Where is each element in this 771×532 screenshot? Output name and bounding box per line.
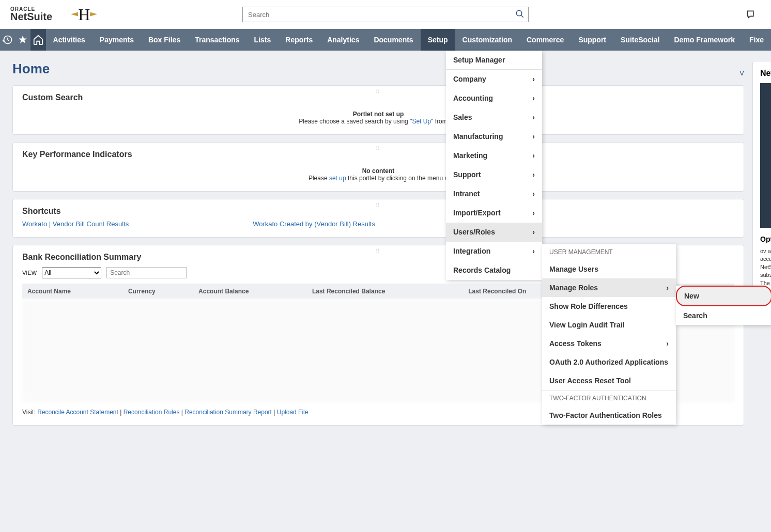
setup-dropdown: Setup Manager Company› Accounting› Sales… (446, 51, 542, 280)
nav-support[interactable]: Support (571, 29, 613, 51)
drag-handle-icon[interactable]: ⠿ (376, 89, 381, 95)
chevron-right-icon: › (666, 339, 669, 348)
chevron-right-icon: › (532, 113, 535, 121)
manage-roles-search[interactable]: Search (676, 306, 771, 325)
oracle-netsuite-logo[interactable]: ORACLE NetSuite (10, 6, 52, 23)
shortcut-link-1[interactable]: Workato | Vendor Bill Count Results (22, 220, 129, 228)
msg-prefix: Please choose a saved search by using " (299, 118, 412, 125)
col-last-reconciled-balance[interactable]: Last Reconciled Balance (307, 284, 463, 299)
portlet-message: No content Please set up this portlet by… (22, 167, 734, 182)
setup-menu-sales[interactable]: Sales› (446, 108, 542, 127)
setup-menu-records-catalog[interactable]: Records Catalog (446, 261, 542, 280)
favorites-icon[interactable] (16, 29, 31, 51)
setup-link[interactable]: set up (329, 175, 346, 182)
menu-label: Two-Factor Authentication Roles (549, 411, 662, 419)
shortcuts-portlet: ⠿ Shortcuts Workato | Vendor Bill Count … (12, 199, 744, 238)
bank-search-input[interactable] (106, 267, 187, 278)
shortcuts-links: Workato | Vendor Bill Count Results Work… (22, 220, 734, 228)
recent-icon[interactable] (0, 29, 16, 51)
menu-label: Marketing (453, 151, 487, 160)
nav-demo-framework[interactable]: Demo Framework (667, 29, 742, 51)
setup-menu-intranet[interactable]: Intranet› (446, 184, 542, 204)
nav-transactions[interactable]: Transactions (188, 29, 246, 51)
setup-menu-setup-manager[interactable]: Setup Manager (446, 51, 542, 70)
menu-label: Import/Export (453, 209, 501, 217)
submenu-view-login-audit[interactable]: View Login Audit Trail (542, 316, 676, 334)
company-logo-h[interactable]: H (78, 5, 90, 24)
col-account-balance[interactable]: Account Balance (193, 284, 307, 299)
submenu-2fa-roles[interactable]: Two-Factor Authentication Roles (542, 406, 676, 425)
nav-box-files[interactable]: Box Files (141, 29, 188, 51)
setup-menu-company[interactable]: Company› (446, 70, 542, 89)
submenu-user-access-reset[interactable]: User Access Reset Tool (542, 371, 676, 390)
view-select[interactable]: All (42, 267, 101, 278)
setup-menu-support[interactable]: Support› (446, 165, 542, 184)
chevron-right-icon: › (532, 228, 535, 236)
col-currency[interactable]: Currency (123, 284, 193, 299)
menu-label: Support (453, 170, 481, 179)
submenu-access-tokens[interactable]: Access Tokens› (542, 334, 676, 353)
menu-label: Accounting (453, 94, 493, 102)
nav-documents[interactable]: Documents (366, 29, 420, 51)
nav-lists[interactable]: Lists (247, 29, 279, 51)
submenu-oauth-apps[interactable]: OAuth 2.0 Authorized Applications (542, 353, 676, 371)
news-portlet: New Optim Mana ov an Su etu mappi increa… (752, 61, 771, 311)
chevron-right-icon: › (532, 209, 535, 217)
nav-setup[interactable]: Setup (421, 29, 455, 51)
drag-handle-icon[interactable]: ⠿ (376, 146, 381, 151)
nav-activities[interactable]: Activities (46, 29, 92, 51)
drag-handle-icon[interactable]: ⠿ (376, 202, 381, 208)
menu-label: Records Catalog (453, 266, 511, 274)
visit-link-1[interactable]: Reconcile Account Statement (37, 409, 118, 416)
manage-roles-submenu: New Search (676, 286, 771, 325)
setup-menu-import-export[interactable]: Import/Export› (446, 204, 542, 223)
feedback-icon[interactable] (745, 9, 755, 20)
msg-suffix: this portlet by clicking on the menu a (346, 175, 448, 182)
home-icon[interactable] (30, 29, 46, 51)
chevron-right-icon: › (532, 75, 535, 83)
shortcut-link-2[interactable]: Workato Created by (Vendor Bill) Results (253, 220, 375, 228)
menu-label: Company (453, 75, 486, 83)
menu-label: View Login Audit Trail (549, 321, 624, 329)
setup-menu-accounting[interactable]: Accounting› (446, 89, 542, 108)
search-icon[interactable] (515, 9, 525, 20)
setup-menu-users-roles[interactable]: Users/Roles› (446, 223, 542, 242)
menu-label: Sales (453, 113, 472, 121)
submenu-header-2fa: TWO-FACTOR AUTHENTICATION (542, 390, 676, 406)
nav-commerce[interactable]: Commerce (519, 29, 571, 51)
menu-label: Users/Roles (453, 228, 495, 236)
col-account-name[interactable]: Account Name (22, 284, 123, 299)
menu-label: Manufacturing (453, 132, 503, 140)
page-title-right-link[interactable]: V (739, 69, 744, 77)
nav-customization[interactable]: Customization (455, 29, 519, 51)
setup-menu-marketing[interactable]: Marketing› (446, 146, 542, 165)
chevron-right-icon: › (532, 94, 535, 102)
top-header: ORACLE NetSuite H (0, 0, 771, 29)
setup-menu-manufacturing[interactable]: Manufacturing› (446, 127, 542, 146)
menu-label: Show Role Differences (549, 302, 628, 310)
visit-link-4[interactable]: Upload File (277, 409, 309, 416)
visit-link-3[interactable]: Reconciliation Summary Report (184, 409, 272, 416)
svg-line-1 (521, 15, 523, 18)
global-search-input[interactable] (242, 7, 529, 22)
setup-menu-integration[interactable]: Integration› (446, 242, 542, 261)
chevron-right-icon: › (532, 170, 535, 179)
visit-link-2[interactable]: Reconciliation Rules (124, 409, 180, 416)
portlet-message: Portlet not set up Please choose a saved… (22, 111, 734, 125)
submenu-show-role-diff[interactable]: Show Role Differences (542, 297, 676, 316)
manage-roles-new[interactable]: New (676, 286, 771, 306)
nav-payments[interactable]: Payments (92, 29, 141, 51)
svg-point-0 (516, 10, 522, 16)
nav-suitesocial[interactable]: SuiteSocial (613, 29, 667, 51)
nav-fixed[interactable]: Fixe (742, 29, 771, 51)
msg-bold: No content (362, 167, 395, 175)
submenu-manage-roles[interactable]: Manage Roles› (542, 278, 676, 297)
custom-search-portlet: ⠿ Custom Search Portlet not set up Pleas… (12, 85, 744, 135)
chevron-right-icon: › (532, 132, 535, 140)
submenu-manage-users[interactable]: Manage Users (542, 260, 676, 278)
drag-handle-icon[interactable]: ⠿ (376, 248, 381, 254)
chevron-right-icon: › (532, 151, 535, 160)
nav-analytics[interactable]: Analytics (320, 29, 366, 51)
setup-link[interactable]: Set Up (412, 118, 431, 125)
nav-reports[interactable]: Reports (278, 29, 320, 51)
